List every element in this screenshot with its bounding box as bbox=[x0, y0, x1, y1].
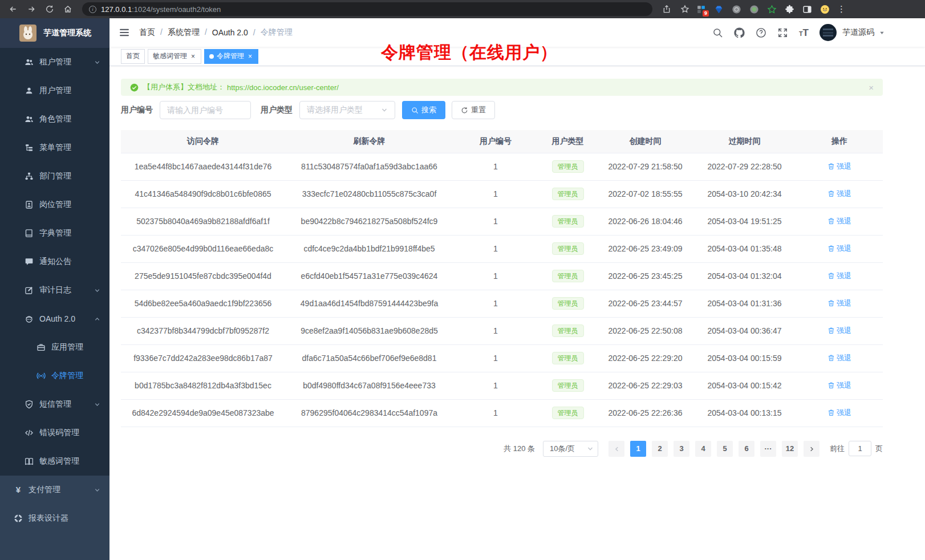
github-icon[interactable] bbox=[734, 27, 745, 38]
reset-button[interactable]: 重置 bbox=[452, 101, 495, 119]
col-access-token: 访问令牌 bbox=[121, 130, 285, 153]
browser-forward-button[interactable] bbox=[24, 2, 39, 17]
breadcrumb-system[interactable]: 系统管理 bbox=[168, 27, 212, 38]
tag-home[interactable]: 首页 bbox=[121, 49, 145, 64]
force-logout-button[interactable]: 强退 bbox=[827, 271, 851, 281]
sidebar-item-role-mgmt[interactable]: 角色管理 bbox=[0, 105, 109, 133]
app-logo[interactable]: 芋道管理系统 bbox=[0, 18, 109, 48]
access-token-cell: b0d1785bc3a8482f812db4a3f3bd15ec bbox=[121, 372, 285, 399]
user-id-cell: 1 bbox=[453, 372, 538, 399]
url-bar[interactable]: i 127.0.0.1:1024/system/oauth2/token bbox=[82, 2, 652, 16]
page-size-select[interactable]: 10条/页 bbox=[543, 441, 598, 457]
page-button-3[interactable]: 3 bbox=[674, 441, 689, 457]
green-circle-extension-icon[interactable] bbox=[749, 4, 759, 14]
browser-reload-button[interactable] bbox=[42, 2, 57, 17]
page-button-4[interactable]: 4 bbox=[695, 441, 711, 457]
browser-menu-icon[interactable]: ⋮ bbox=[837, 4, 843, 14]
table-row: 6d842e2924594de9a09e45e087323abe 8796295… bbox=[121, 399, 883, 427]
access-token-cell: 54d6be82ee5a460a9aedc1f9bf223656 bbox=[121, 290, 285, 317]
alert-close-icon[interactable] bbox=[869, 83, 874, 92]
page-button-1[interactable]: 1 bbox=[630, 441, 646, 457]
sidebar-item-notice[interactable]: 通知公告 bbox=[0, 247, 109, 276]
sidebar-item-dept-mgmt[interactable]: 部门管理 bbox=[0, 162, 109, 190]
sidebar-root-menu: ¥ 支付管理 报表设计器 bbox=[0, 476, 109, 560]
sidebar-item-oauth2-tokens[interactable]: 令牌管理 bbox=[0, 362, 109, 390]
sidebar: 芋道管理系统 租户管理 用户管理 角色管理 菜单管理 部门管理 bbox=[0, 18, 109, 560]
sidebar-item-menu-mgmt[interactable]: 菜单管理 bbox=[0, 133, 109, 162]
tag-token-mgmt[interactable]: 令牌管理 bbox=[204, 49, 258, 64]
gem-extension-icon[interactable] bbox=[713, 4, 724, 14]
page-button-5[interactable]: 5 bbox=[717, 441, 733, 457]
sidebar-item-sensitive-words[interactable]: 敏感词管理 bbox=[0, 447, 109, 476]
page-more-button[interactable]: ··· bbox=[760, 441, 776, 457]
gray-circle-extension-icon[interactable] bbox=[731, 4, 741, 14]
profile-avatar-icon[interactable] bbox=[819, 4, 830, 14]
hamburger-icon[interactable] bbox=[119, 27, 130, 38]
share-icon[interactable] bbox=[659, 2, 674, 17]
access-token-cell: 275e5de9151045fe87cbdc395e004f4d bbox=[121, 262, 285, 290]
browser-back-button[interactable] bbox=[6, 2, 21, 17]
user-type-select[interactable]: 请选择用户类型 bbox=[299, 101, 395, 119]
close-icon[interactable] bbox=[190, 52, 196, 60]
edit-icon bbox=[25, 286, 34, 295]
tag-sensitive-words[interactable]: 敏感词管理 bbox=[148, 49, 201, 64]
side-panel-icon[interactable] bbox=[802, 4, 812, 14]
sidebar-item-audit-log[interactable]: 审计日志 bbox=[0, 276, 109, 305]
user-menu-caret-icon[interactable] bbox=[879, 30, 885, 36]
user-avatar[interactable] bbox=[819, 24, 837, 41]
trash-icon bbox=[827, 382, 835, 389]
doc-link[interactable]: https://doc.iocoder.cn/user-center/ bbox=[227, 83, 339, 92]
created-time-cell: 2022-07-29 21:58:50 bbox=[598, 153, 693, 180]
force-logout-button[interactable]: 强退 bbox=[827, 298, 851, 309]
sidebar-item-report-designer[interactable]: 报表设计器 bbox=[0, 504, 109, 533]
page-button-6[interactable]: 6 bbox=[739, 441, 754, 457]
user-id-input[interactable] bbox=[167, 105, 244, 115]
created-time-cell: 2022-06-25 23:44:57 bbox=[598, 290, 693, 317]
site-info-icon[interactable]: i bbox=[89, 6, 96, 13]
fullscreen-icon[interactable] bbox=[777, 27, 788, 38]
breadcrumb-oauth2[interactable]: OAuth 2.0 bbox=[212, 28, 261, 37]
expire-time-cell: 2054-03-10 20:42:34 bbox=[693, 180, 796, 208]
breadcrumb-home[interactable]: 首页 bbox=[139, 27, 168, 38]
green-star-extension-icon[interactable] bbox=[766, 4, 777, 14]
force-logout-button[interactable]: 强退 bbox=[827, 244, 851, 254]
sidebar-item-tenant-mgmt[interactable]: 租户管理 bbox=[0, 48, 109, 76]
sidebar-item-post-mgmt[interactable]: 岗位管理 bbox=[0, 190, 109, 219]
table-row: 41c41346a548490f9dc8b01c6bfe0865 333ecfc… bbox=[121, 180, 883, 208]
bookmark-star-icon[interactable] bbox=[677, 2, 692, 17]
page-button-12[interactable]: 12 bbox=[782, 441, 798, 457]
browser-home-button[interactable] bbox=[60, 2, 75, 17]
user-name[interactable]: 芋道源码 bbox=[842, 27, 874, 38]
force-logout-button[interactable]: 强退 bbox=[827, 380, 851, 391]
sidebar-item-oauth2[interactable]: OAuth 2.0 bbox=[0, 305, 109, 333]
sidebar-item-errorcode-mgmt[interactable]: 错误码管理 bbox=[0, 419, 109, 447]
trash-icon bbox=[827, 354, 835, 362]
goto-page-input[interactable] bbox=[849, 441, 871, 456]
refresh-token-cell: 333ecfc71e02480cb11055c875c3ca0f bbox=[285, 180, 453, 208]
extensions-puzzle-icon[interactable] bbox=[784, 4, 794, 14]
force-logout-button[interactable]: 强退 bbox=[827, 326, 851, 336]
search-button[interactable]: 搜索 bbox=[402, 101, 445, 119]
force-logout-button[interactable]: 强退 bbox=[827, 216, 851, 226]
force-logout-button[interactable]: 强退 bbox=[827, 353, 851, 363]
sidebar-item-dict-mgmt[interactable]: 字典管理 bbox=[0, 219, 109, 247]
force-logout-button[interactable]: 强退 bbox=[827, 189, 851, 199]
page-button-2[interactable]: 2 bbox=[652, 441, 668, 457]
close-icon[interactable] bbox=[247, 52, 253, 60]
force-logout-button[interactable]: 强退 bbox=[827, 408, 851, 418]
refresh-token-cell: 8796295f04064c2983414cc54af1097a bbox=[285, 399, 453, 427]
sidebar-item-oauth2-apps[interactable]: 应用管理 bbox=[0, 333, 109, 362]
help-icon[interactable] bbox=[756, 27, 766, 38]
prev-page-button[interactable] bbox=[608, 441, 624, 457]
user-type-cell: 管理员 bbox=[538, 344, 598, 372]
tree-list-icon bbox=[25, 143, 34, 152]
extension-grid-icon[interactable]: 9 bbox=[696, 4, 706, 14]
font-size-icon[interactable]: TT bbox=[799, 28, 809, 38]
sidebar-item-sms-mgmt[interactable]: 短信管理 bbox=[0, 390, 109, 419]
sidebar-item-user-mgmt[interactable]: 用户管理 bbox=[0, 76, 109, 105]
user-type-cell: 管理员 bbox=[538, 262, 598, 290]
force-logout-button[interactable]: 强退 bbox=[827, 161, 851, 172]
next-page-button[interactable] bbox=[804, 441, 819, 457]
header-search-icon[interactable] bbox=[712, 27, 723, 38]
sidebar-item-payment-mgmt[interactable]: ¥ 支付管理 bbox=[0, 476, 109, 504]
